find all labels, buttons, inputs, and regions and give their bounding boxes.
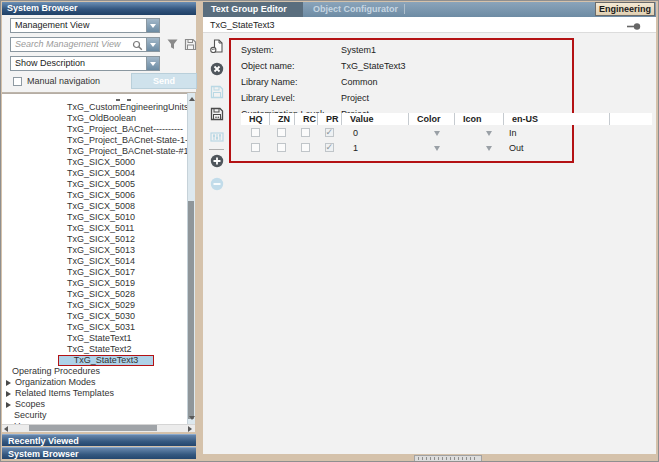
tree-item[interactable]: TxG_SICX_5012 xyxy=(2,234,195,245)
splitter-grip[interactable] xyxy=(414,455,482,462)
tree-item-label: TxG_Project_BACnet-state-#1-state-# xyxy=(67,146,195,157)
tree-item-label: TxG_SICX_5019 xyxy=(67,278,135,289)
tree-item[interactable]: TxG_SICX_5028 xyxy=(2,289,195,300)
engineering-mode-button[interactable]: Engineering xyxy=(595,2,655,16)
tree-item[interactable]: TxG_StateText2 xyxy=(2,344,195,355)
save-icon[interactable] xyxy=(210,85,224,99)
discard-icon[interactable] xyxy=(210,62,224,76)
table-cell xyxy=(241,125,269,140)
text-cell: In xyxy=(503,125,609,140)
table-cell xyxy=(269,140,294,155)
expand-arrow-icon[interactable] xyxy=(6,391,11,397)
dropdown-arrow-icon[interactable] xyxy=(434,146,440,154)
row-checkbox[interactable] xyxy=(251,143,260,152)
table-cell xyxy=(317,125,341,140)
remove-icon[interactable] xyxy=(210,177,224,191)
scroll-up-icon[interactable] xyxy=(189,97,195,101)
scroll-right-icon[interactable] xyxy=(188,426,192,432)
tree-item[interactable]: TxG_Project_BACnet---------- xyxy=(2,124,195,135)
column-header: Value xyxy=(341,113,408,125)
add-icon[interactable] xyxy=(210,154,224,168)
tree-item[interactable]: TxG_SICX_5017 xyxy=(2,267,195,278)
chevron-down-icon[interactable] xyxy=(146,38,159,51)
system-browser-panel-title[interactable]: System Browser xyxy=(2,2,196,15)
icon-dropdown-cell[interactable] xyxy=(454,140,503,155)
manual-navigation-checkbox[interactable] xyxy=(13,77,22,86)
save-search-icon[interactable] xyxy=(184,38,197,51)
tree-item[interactable]: Operating Procedures xyxy=(2,366,195,377)
column-settings-icon[interactable] xyxy=(210,130,224,144)
management-view-dropdown[interactable]: Management View xyxy=(10,18,160,33)
row-checkbox[interactable] xyxy=(277,128,286,137)
row-checkbox[interactable] xyxy=(325,143,334,152)
tree-item[interactable]: Related Items Templates xyxy=(2,388,195,399)
form-value: TxG_StateText3 xyxy=(341,58,406,74)
row-checkbox[interactable] xyxy=(277,143,286,152)
tab-object-configurator[interactable]: Object Configurator xyxy=(305,2,406,17)
tree-item[interactable]: TxG_SICX_5019 xyxy=(2,278,195,289)
toolbar-separator xyxy=(209,149,224,150)
tree-item[interactable]: TxG_SICX_5031 xyxy=(2,322,195,333)
search-input[interactable]: Search Management View xyxy=(10,37,160,52)
color-dropdown-cell[interactable] xyxy=(408,140,454,155)
tree-item[interactable]: TxG_SICX_5014 xyxy=(2,256,195,267)
column-header: en-US xyxy=(503,113,609,125)
tree-item[interactable]: TxG_SICX_5005 xyxy=(2,179,195,190)
tree-item[interactable]: TxG_Project_BACnet-state-#1-state-# xyxy=(2,146,195,157)
save-as-icon[interactable] xyxy=(210,107,224,121)
tree-vertical-scrollbar-thumb[interactable] xyxy=(188,201,194,419)
tree-item[interactable] xyxy=(2,97,195,102)
expand-arrow-icon[interactable] xyxy=(6,380,11,386)
tree-item[interactable]: Organization Modes xyxy=(2,377,195,388)
row-checkbox[interactable] xyxy=(325,128,334,137)
form-label: System: xyxy=(241,42,341,58)
tree-item[interactable]: TxG_CustomEngineeringUnits xyxy=(2,102,195,113)
tree-item[interactable]: TxG_SICX_5011 xyxy=(2,223,195,234)
tree-item[interactable]: TxG_SICX_5010 xyxy=(2,212,195,223)
color-dropdown-cell[interactable] xyxy=(408,125,454,140)
scroll-left-icon[interactable] xyxy=(4,426,8,432)
tree-item[interactable]: Scopes xyxy=(2,399,195,410)
tree-item[interactable]: TxG_SICX_5030 xyxy=(2,311,195,322)
row-checkbox[interactable] xyxy=(301,143,310,152)
tree-item[interactable]: TxG_SICX_5008 xyxy=(2,201,195,212)
row-checkbox[interactable] xyxy=(251,128,260,137)
row-checkbox[interactable] xyxy=(301,128,310,137)
tree-item-label: TxG_SICX_5017 xyxy=(67,267,135,278)
show-description-dropdown[interactable]: Show Description xyxy=(10,56,160,71)
tree-item[interactable]: TxG_SICX_5013 xyxy=(2,245,195,256)
send-button[interactable]: Send xyxy=(131,73,197,89)
icon-dropdown-cell[interactable] xyxy=(454,125,503,140)
tree-horizontal-scrollbar-thumb[interactable] xyxy=(29,425,157,431)
chevron-down-icon[interactable] xyxy=(146,19,159,32)
recently-viewed-bar[interactable]: Recently Viewed xyxy=(2,434,196,446)
tree-item-selected[interactable]: TxG_StateText3 xyxy=(2,355,195,366)
dropdown-arrow-icon[interactable] xyxy=(486,146,492,154)
scroll-down-icon[interactable] xyxy=(189,416,195,420)
column-header: PR xyxy=(317,113,341,125)
tree-item[interactable]: TxG_SICX_5029 xyxy=(2,300,195,311)
filter-icon[interactable] xyxy=(166,38,179,51)
tab-separator xyxy=(404,4,405,14)
tab-text-group-editor[interactable]: Text Group Editor xyxy=(203,2,303,17)
pin-icon[interactable] xyxy=(627,22,641,31)
tree-item[interactable]: TxG_Project_BACnet-State-1-State-2 xyxy=(2,135,195,146)
tree-item[interactable]: TxG_SICX_5000 xyxy=(2,157,195,168)
dropdown-arrow-icon[interactable] xyxy=(434,131,440,139)
dropdown-arrow-icon[interactable] xyxy=(486,131,492,139)
table-cell xyxy=(269,125,294,140)
object-properties-form: System:System1 Object name:TxG_StateText… xyxy=(241,42,571,122)
tree-item[interactable]: Security xyxy=(2,410,195,421)
table-row: 1Out xyxy=(241,140,652,155)
tree-item[interactable]: TxG_SICX_5004 xyxy=(2,168,195,179)
column-header: ZN xyxy=(269,113,294,125)
tree-item[interactable]: TxG_SICX_5006 xyxy=(2,190,195,201)
tree-item[interactable]: TxG_OldBoolean xyxy=(2,113,195,124)
tree-item-label: TxG_Project_BACnet---------- xyxy=(67,124,183,135)
chevron-down-icon[interactable] xyxy=(146,57,159,70)
revert-icon[interactable] xyxy=(210,39,224,53)
expand-arrow-icon[interactable] xyxy=(6,402,11,408)
application-window: System Browser Management View Search Ma… xyxy=(0,0,659,462)
system-browser-bar[interactable]: System Browser xyxy=(2,447,196,459)
tree-item[interactable]: TxG_StateText1 xyxy=(2,333,195,344)
